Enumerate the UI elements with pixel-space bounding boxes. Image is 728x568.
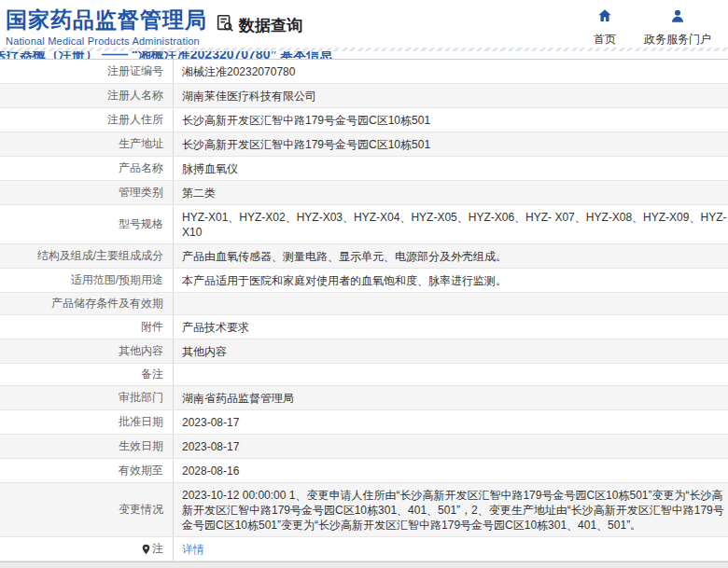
- row-label-text: 注册人名称: [107, 89, 163, 103]
- row-label: 有效期至: [0, 459, 173, 482]
- table-row: 注册人名称 湖南莱佳医疗科技有限公司: [0, 84, 728, 108]
- table-row: 备注: [0, 364, 728, 386]
- table-row: 其他内容 其他内容: [0, 339, 728, 364]
- row-label: 其他内容: [0, 339, 173, 363]
- row-value: 第二类: [173, 181, 728, 204]
- row-label: 适用范围/预期用途: [0, 269, 173, 292]
- row-value: HYZ-X01、HYZ-X02、HYZ-X03、HYZ-X04、HYZ-X05、…: [173, 205, 728, 243]
- table-row: 变更情况 2023-10-12 00:00:00 1、变更申请人住所由“长沙高新…: [0, 483, 728, 537]
- person-icon: [669, 7, 686, 28]
- table-row: 注册证编号 湘械注准20232070780: [0, 60, 728, 84]
- row-value: 长沙高新开发区汇智中路179号金号园C区10栋501: [173, 132, 728, 156]
- row-label-text: 其他内容: [119, 344, 163, 358]
- footer-strip: [0, 561, 728, 568]
- table-row: 型号规格 HYZ-X01、HYZ-X02、HYZ-X03、HYZ-X04、HYZ…: [0, 205, 728, 244]
- row-label: 变更情况: [0, 483, 173, 536]
- data-query-label: 数据查询: [239, 15, 302, 36]
- home-icon: [596, 7, 613, 28]
- table-row: 有效期至 2028-08-16: [0, 459, 728, 483]
- row-value: 2023-10-12 00:00:00 1、变更申请人住所由“长沙高新开发区汇智…: [173, 483, 728, 536]
- row-value: 脉搏血氧仪: [173, 157, 728, 180]
- row-value: 湖南省药品监督管理局: [173, 386, 728, 409]
- page-title: 医疗器械（注册） —— “湘械注准20232070780” 基本信息: [0, 51, 332, 60]
- row-label-text: 注: [152, 542, 163, 556]
- row-label: 审批部门: [0, 386, 173, 409]
- site-logo[interactable]: 国家药品监督管理局 National Medical Products Admi…: [0, 0, 207, 47]
- row-label-text: 生产地址: [119, 137, 163, 151]
- table-row: 适用范围/预期用途 本产品适用于医院和家庭对使用者的血氧饱和度、脉率进行监测。: [0, 269, 728, 293]
- nav-portal-label: 政务服务门户: [644, 32, 711, 48]
- row-label-text: 批准日期: [119, 415, 163, 429]
- row-label-text: 型号规格: [119, 217, 163, 231]
- row-label: 注册证编号: [0, 60, 173, 83]
- row-label-text: 注册人住所: [107, 113, 163, 127]
- nav-portal[interactable]: 政务服务门户: [644, 7, 711, 48]
- table-row: 注 详情: [0, 537, 728, 561]
- row-label: 产品名称: [0, 157, 173, 180]
- site-logo-title: 国家药品监督管理局: [6, 7, 207, 33]
- row-label-text: 附件: [141, 320, 163, 334]
- nav-home[interactable]: 首页: [594, 7, 616, 48]
- info-table: 注册证编号 湘械注准20232070780 注册人名称 湖南莱佳医疗科技有限公司…: [0, 60, 728, 561]
- row-label: 备注: [0, 364, 173, 385]
- document-search-icon: [215, 13, 235, 37]
- row-label-text: 生效日期: [119, 439, 163, 453]
- table-row: 管理类别 第二类: [0, 181, 728, 205]
- row-label-text: 管理类别: [119, 186, 163, 200]
- row-value: 产品由血氧传感器、测量电路、显示单元、电源部分及外壳组成。: [173, 244, 728, 268]
- detail-link[interactable]: 详情: [182, 543, 204, 556]
- table-row: 附件 产品技术要求: [0, 315, 728, 339]
- row-value: 其他内容: [173, 339, 728, 363]
- table-row: 结构及组成/主要组成成分 产品由血氧传感器、测量电路、显示单元、电源部分及外壳组…: [0, 244, 728, 269]
- row-value: [173, 293, 728, 314]
- row-value: 2028-08-16: [173, 459, 728, 482]
- row-label: 生效日期: [0, 435, 173, 458]
- row-value: 本产品适用于医院和家庭对使用者的血氧饱和度、脉率进行监测。: [173, 269, 728, 292]
- row-label: 注: [0, 537, 173, 561]
- row-label-text: 有效期至: [119, 464, 163, 478]
- row-value: 详情: [173, 537, 728, 561]
- row-label: 批准日期: [0, 410, 173, 434]
- header-right-nav: 首页 政务服务门户: [594, 0, 728, 48]
- row-label: 型号规格: [0, 205, 173, 243]
- site-logo-subtitle: National Medical Products Administration: [6, 35, 207, 47]
- table-row: 批准日期 2023-08-17: [0, 410, 728, 435]
- table-row: 生产地址 长沙高新开发区汇智中路179号金号园C区10栋501: [0, 132, 728, 157]
- nav-home-label: 首页: [594, 32, 616, 48]
- row-label-text: 备注: [141, 367, 163, 381]
- row-label: 管理类别: [0, 181, 173, 204]
- row-label-text: 注册证编号: [107, 64, 163, 78]
- row-label-text: 审批部门: [119, 391, 163, 405]
- data-query-nav[interactable]: 数据查询: [215, 0, 302, 37]
- site-header: 国家药品监督管理局 National Medical Products Admi…: [0, 0, 728, 48]
- pin-icon: [142, 544, 150, 555]
- title-bar: 医疗器械（注册） —— “湘械注准20232070780” 基本信息: [0, 51, 728, 60]
- table-row: 产品名称 脉搏血氧仪: [0, 157, 728, 181]
- row-value: 湖南莱佳医疗科技有限公司: [173, 84, 728, 107]
- row-value: 2023-08-17: [173, 435, 728, 458]
- table-row: 审批部门 湖南省药品监督管理局: [0, 386, 728, 410]
- row-label-text: 结构及组成/主要组成成分: [37, 249, 163, 263]
- row-label-text: 变更情况: [119, 503, 163, 517]
- row-label: 注册人住所: [0, 108, 173, 132]
- table-row: 注册人住所 长沙高新开发区汇智中路179号金号园C区10栋501: [0, 108, 728, 132]
- row-value: 湘械注准20232070780: [173, 60, 728, 83]
- row-label: 结构及组成/主要组成成分: [0, 244, 173, 268]
- row-label: 产品储存条件及有效期: [0, 293, 173, 314]
- row-label-text: 产品储存条件及有效期: [51, 297, 163, 311]
- row-value: 2023-08-17: [173, 410, 728, 434]
- row-label-text: 产品名称: [119, 161, 163, 175]
- row-value: 长沙高新开发区汇智中路179号金号园C区10栋501: [173, 108, 728, 132]
- row-label: 附件: [0, 315, 173, 339]
- row-value: 产品技术要求: [173, 315, 728, 339]
- row-label-text: 适用范围/预期用途: [71, 273, 163, 287]
- table-row: 生效日期 2023-08-17: [0, 435, 728, 459]
- row-label: 注册人名称: [0, 84, 173, 107]
- row-label: 生产地址: [0, 132, 173, 156]
- row-value: [173, 364, 728, 385]
- table-row: 产品储存条件及有效期: [0, 293, 728, 315]
